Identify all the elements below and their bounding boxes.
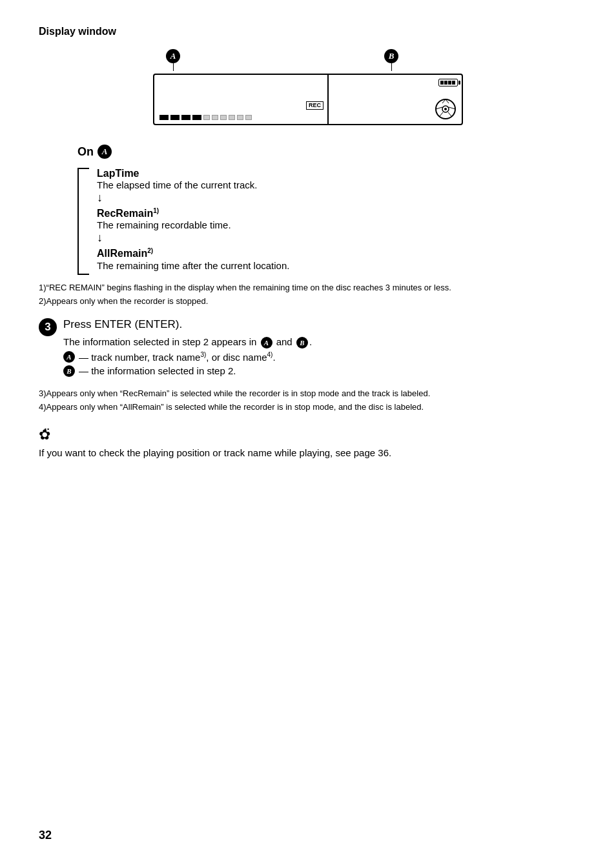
svg-point-2 xyxy=(444,108,447,110)
footnote-4: 4)Appears only when “AllRemain” is selec… xyxy=(39,401,577,414)
bar8 xyxy=(229,115,235,120)
battery-bar1 xyxy=(440,81,444,85)
step-3-section: 3 Press ENTER (ENTER). The information s… xyxy=(39,318,577,379)
svg-line-7 xyxy=(440,112,443,116)
bar5 xyxy=(203,115,210,120)
on-circle-a: A xyxy=(98,145,112,159)
bar9 xyxy=(237,115,243,120)
laptime-block: LapTime The elapsed time of the current … xyxy=(97,168,577,203)
recremain-desc: The remaining recordable time. xyxy=(97,219,577,230)
footnote-3: 3)Appears only when “RecRemain” is selec… xyxy=(39,387,577,400)
allremain-desc: The remaining time after the current loc… xyxy=(97,260,577,271)
footnotes-1: 1)“REC REMAIN” begins flashing in the di… xyxy=(39,281,577,308)
svg-line-8 xyxy=(448,112,451,116)
page-number: 32 xyxy=(39,829,52,842)
step-3-content: Press ENTER (ENTER). The information sel… xyxy=(63,318,577,379)
svg-line-5 xyxy=(436,107,442,109)
allremain-title: AllRemain2) xyxy=(97,247,577,259)
recremain-block: RecRemain1) The remaining recordable tim… xyxy=(97,207,577,243)
bar1 xyxy=(159,115,169,120)
laptime-title: LapTime xyxy=(97,168,577,179)
bar3 xyxy=(181,115,190,120)
battery-icon xyxy=(438,79,458,86)
step-3-number: 3 xyxy=(39,318,57,336)
bracket-section: LapTime The elapsed time of the current … xyxy=(77,168,577,275)
circle-a-label: A xyxy=(166,49,180,63)
step-3-label: Press ENTER (ENTER). xyxy=(63,318,577,331)
step3-circle-a: A xyxy=(261,337,272,348)
step3-item-b-circle: B xyxy=(63,365,75,377)
allremain-block: AllRemain2) The remaining time after the… xyxy=(97,247,577,270)
section-title: Display window xyxy=(39,26,577,37)
content: On A LapTime The elapsed time of the cur… xyxy=(39,145,577,460)
footnote-2: 2)Appears only when the recorder is stop… xyxy=(39,295,577,308)
step3-item-a-circle: A xyxy=(63,351,75,363)
step3-circle-b: B xyxy=(296,337,308,348)
step-3-info: The information selected in step 2 appea… xyxy=(63,336,577,348)
tip-text: If you want to check the playing positio… xyxy=(39,446,577,461)
display-right xyxy=(329,75,462,124)
rec-badge: REC xyxy=(306,101,323,110)
svg-line-6 xyxy=(449,107,455,109)
tip-icon: ✿̈ xyxy=(39,427,577,443)
step3-item-a-text: — track number, track name3), or disc na… xyxy=(79,351,276,363)
battery-bar2 xyxy=(444,81,447,85)
arrow-down-2: ↓ xyxy=(97,232,577,243)
battery-bar3 xyxy=(448,81,451,85)
bar4 xyxy=(192,115,201,120)
footnote-1: 1)“REC REMAIN” begins flashing in the di… xyxy=(39,281,577,294)
arrow-down-1: ↓ xyxy=(97,192,577,203)
diagram-label-b: B xyxy=(384,49,398,71)
bracket xyxy=(77,168,89,275)
footnotes-2: 3)Appears only when “RecRemain” is selec… xyxy=(39,387,577,414)
bar7 xyxy=(220,115,227,120)
recremain-title: RecRemain1) xyxy=(97,207,577,219)
bracket-items: LapTime The elapsed time of the current … xyxy=(97,168,577,275)
battery-bar4 xyxy=(452,81,455,85)
step3-item-b-text: — the information selected in step 2. xyxy=(79,365,236,376)
display-box: REC xyxy=(153,74,463,125)
disc-icon xyxy=(435,98,457,120)
bar6 xyxy=(212,115,218,120)
on-text: On xyxy=(77,145,94,159)
display-left: REC xyxy=(154,75,329,124)
bar10 xyxy=(245,115,252,120)
step-3-item-a: A — track number, track name3), or disc … xyxy=(63,351,577,363)
circle-b-label: B xyxy=(384,49,398,63)
diagram-label-a: A xyxy=(166,49,180,71)
bar2 xyxy=(170,115,180,120)
tip-section: ✿̈ If you want to check the playing posi… xyxy=(39,427,577,461)
laptime-desc: The elapsed time of the current track. xyxy=(97,179,577,190)
step-3-item-b: B — the information selected in step 2. xyxy=(63,365,577,377)
on-heading: On A xyxy=(77,145,577,159)
display-diagram: A B REC xyxy=(39,49,577,125)
display-bars xyxy=(159,111,322,120)
